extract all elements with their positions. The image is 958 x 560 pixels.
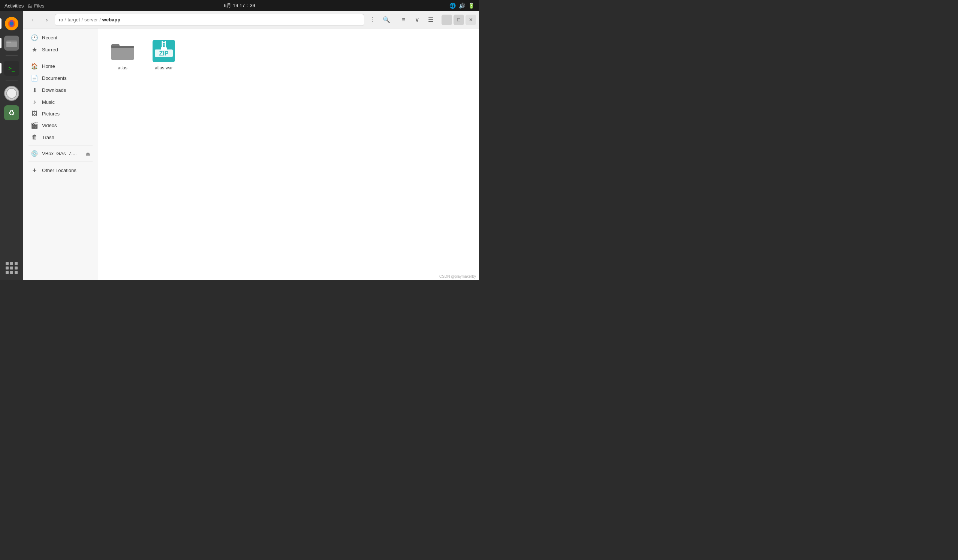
trash-can-icon: ♻ — [4, 105, 19, 120]
taskbar-trash[interactable]: ♻ — [3, 104, 20, 121]
dot-3 — [14, 262, 17, 265]
path-segment-2: target — [67, 17, 80, 22]
panel-right-icons: 🌐 🔊 🔋 — [449, 3, 474, 9]
pictures-label: Pictures — [42, 111, 90, 117]
files-label: 🗂 Files — [27, 3, 44, 9]
sidebar-item-vbox[interactable]: 💿 VBox_GAs_7.... ⏏ — [25, 148, 95, 159]
battery-icon: 🔋 — [468, 3, 474, 9]
sidebar-sep-1 — [29, 58, 93, 58]
other-locations-label: Other Locations — [42, 168, 90, 173]
file-manager-window: ‹ › ro / target / server / webapp ⋮ 🔍 ≡ … — [23, 11, 479, 280]
dot-5 — [10, 267, 13, 270]
sidebar-item-recent[interactable]: 🕐 Recent — [25, 32, 95, 43]
clock: 6月 19 17：39 — [224, 2, 255, 9]
svg-point-3 — [10, 22, 13, 25]
taskbar-firefox[interactable] — [3, 15, 20, 32]
sidebar-sep-3 — [29, 162, 93, 162]
svg-rect-9 — [111, 47, 134, 60]
eject-button[interactable]: ⏏ — [86, 151, 90, 157]
list-view-button[interactable]: ≡ — [397, 13, 410, 26]
taskbar-separator-2 — [6, 81, 17, 81]
recent-label: Recent — [42, 35, 90, 40]
hamburger-menu-button[interactable]: ☰ — [424, 13, 437, 26]
sidebar-item-trash[interactable]: 🗑 Trash — [25, 132, 95, 143]
sidebar-item-other-locations[interactable]: + Other Locations — [25, 164, 95, 176]
svg-text:ZIP: ZIP — [159, 50, 169, 57]
trash-label: Trash — [42, 135, 90, 140]
dot-2 — [10, 262, 13, 265]
vbox-label: VBox_GAs_7.... — [42, 151, 82, 156]
starred-label: Starred — [42, 47, 90, 52]
recent-icon: 🕐 — [31, 34, 38, 41]
downloads-icon: ⬇ — [31, 87, 38, 94]
taskbar-separator-1 — [6, 56, 17, 56]
path-bar[interactable]: ro / target / server / webapp — [55, 14, 364, 26]
path-segment-4: webapp — [102, 17, 120, 22]
folder-icon — [111, 39, 135, 63]
terminal-app-icon: >_ — [4, 61, 19, 76]
window-controls: — □ ✕ — [441, 14, 476, 25]
back-button[interactable]: ‹ — [26, 13, 39, 26]
toolbar: ‹ › ro / target / server / webapp ⋮ 🔍 ≡ … — [23, 11, 479, 29]
maximize-button[interactable]: □ — [454, 14, 464, 25]
path-segment-3: server — [84, 17, 98, 22]
top-panel: Activities 🗂 Files 6月 19 17：39 🌐 🔊 🔋 — [0, 0, 479, 11]
sidebar-item-pictures[interactable]: 🖼 Pictures — [25, 108, 95, 119]
file-item-atlas-war[interactable]: ZIP atlas.war — [147, 36, 181, 73]
trash-icon: 🗑 — [31, 134, 38, 141]
other-locations-icon: + — [31, 167, 38, 174]
home-icon: 🏠 — [31, 63, 38, 70]
path-sep-2: / — [81, 17, 83, 22]
dot-6 — [14, 267, 17, 270]
music-icon: ♪ — [31, 98, 38, 105]
zip-icon: ZIP — [152, 39, 176, 63]
view-options-button[interactable]: ∨ — [411, 13, 423, 26]
dot-7 — [6, 271, 9, 274]
path-menu-button[interactable]: ⋮ — [366, 13, 379, 26]
activities-button[interactable]: Activities — [5, 3, 24, 9]
path-sep-3: / — [99, 17, 101, 22]
taskbar-disc[interactable] — [3, 85, 20, 102]
atlas-folder-name: atlas — [118, 65, 127, 70]
taskbar-terminal[interactable]: >_ — [3, 60, 20, 77]
path-segment-1: ro — [59, 17, 63, 22]
documents-icon: 📄 — [31, 75, 38, 82]
sidebar-item-videos[interactable]: 🎬 Videos — [25, 120, 95, 131]
forward-button[interactable]: › — [40, 13, 53, 26]
files-area: atlas ZIP — [98, 29, 479, 280]
dot-1 — [6, 262, 9, 265]
sidebar-sep-2 — [29, 145, 93, 146]
starred-icon: ★ — [31, 46, 38, 53]
dot-4 — [6, 267, 9, 270]
vbox-disc-icon: 💿 — [31, 150, 38, 157]
search-button[interactable]: 🔍 — [380, 13, 393, 26]
pictures-icon: 🖼 — [31, 110, 38, 117]
close-button[interactable]: ✕ — [466, 14, 476, 25]
sidebar-item-starred[interactable]: ★ Starred — [25, 44, 95, 56]
sidebar-item-documents[interactable]: 📄 Documents — [25, 72, 95, 84]
sidebar-item-home[interactable]: 🏠 Home — [25, 60, 95, 72]
svg-rect-5 — [6, 42, 17, 47]
dot-8 — [10, 271, 13, 274]
atlas-war-name: atlas.war — [155, 65, 173, 70]
minimize-button[interactable]: — — [441, 14, 452, 25]
sidebar-item-music[interactable]: ♪ Music — [25, 96, 95, 108]
svg-rect-6 — [6, 41, 11, 43]
sidebar-item-downloads[interactable]: ⬇ Downloads — [25, 84, 95, 96]
view-controls: ≡ ∨ ☰ — [397, 13, 437, 26]
files-manager-icon — [4, 36, 19, 51]
music-label: Music — [42, 99, 90, 105]
volume-icon: 🔊 — [459, 3, 465, 9]
watermark: CSDN @playmakerby — [439, 274, 476, 279]
network-icon: 🌐 — [449, 3, 456, 9]
file-item-atlas-folder[interactable]: atlas — [106, 36, 140, 73]
svg-rect-19 — [161, 47, 167, 50]
taskbar-files[interactable] — [3, 35, 20, 52]
svg-rect-10 — [111, 46, 134, 48]
dot-9 — [14, 271, 17, 274]
taskbar: >_ ♻ — [0, 11, 23, 280]
main-content: 🕐 Recent ★ Starred 🏠 Home 📄 Documents ⬇ … — [23, 29, 479, 280]
videos-label: Videos — [42, 122, 90, 128]
videos-icon: 🎬 — [31, 122, 38, 129]
show-apps-button[interactable] — [6, 262, 17, 274]
